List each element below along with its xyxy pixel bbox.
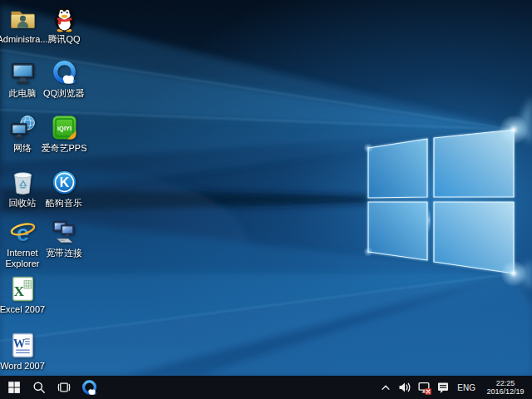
desktop-icon-label: 腾讯QQ [34, 34, 94, 45]
desktop-icon-broadband[interactable]: 宽带连接 [34, 218, 94, 259]
qq-browser-icon [51, 58, 78, 86]
excel-document-icon: X [9, 274, 37, 303]
tray-overflow-button[interactable] [378, 380, 393, 395]
clock-date: 2016/12/19 [484, 387, 527, 396]
system-tray: ENG 22:25 2016/12/19 [378, 376, 532, 399]
broadband-connection-icon [51, 218, 78, 246]
network-status-button[interactable] [416, 380, 431, 395]
taskbar: ENG 22:25 2016/12/19 [0, 376, 532, 399]
desktop-icon-label: 酷狗音乐 [34, 198, 94, 209]
kugou-music-icon: K [51, 168, 78, 196]
volume-button[interactable] [397, 380, 412, 395]
recycle-bin-icon [9, 168, 37, 196]
search-icon [32, 381, 46, 394]
task-view-button[interactable] [52, 376, 76, 399]
desktop-icon-label: Word 2007 [0, 361, 52, 372]
qq-penguin-icon [51, 4, 78, 32]
qq-browser-icon [81, 379, 98, 397]
network-disconnected-icon [417, 381, 431, 395]
desktop-icon-qq-browser[interactable]: QQ浏览器 [34, 58, 94, 99]
network-globe-monitor-icon [9, 113, 37, 141]
word-document-icon: W [9, 331, 37, 359]
chevron-up-icon [380, 382, 392, 393]
word-w-glyph: W [12, 337, 25, 350]
language-indicator[interactable]: ENG [455, 383, 478, 392]
desktop-icon-label: QQ浏览器 [34, 88, 94, 99]
start-button[interactable] [2, 376, 27, 399]
desktop-icon-label: Excel 2007 [0, 304, 52, 315]
iqiyi-wordmark: iQIYI [57, 125, 71, 132]
windows-start-icon [7, 381, 21, 394]
action-center-button[interactable] [436, 380, 451, 395]
excel-x-glyph: X [13, 283, 24, 299]
desktop-icon-label: 宽带连接 [34, 248, 94, 259]
task-view-icon [57, 381, 71, 394]
search-button[interactable] [27, 376, 52, 399]
taskbar-clock[interactable]: 22:25 2016/12/19 [482, 379, 529, 396]
desktop-icon-tencent-qq[interactable]: 腾讯QQ [34, 4, 94, 45]
volume-icon [398, 381, 411, 394]
internet-explorer-icon: e [9, 218, 37, 246]
windows-desktop: Administra... 腾讯QQ [0, 0, 532, 399]
desktop-icon-label: 爱奇艺PPS [34, 143, 94, 154]
clock-time: 22:25 [484, 379, 527, 387]
desktop-icon-excel-2007[interactable]: X Excel 2007 [0, 274, 52, 315]
desktop-icon-word-2007[interactable]: W Word 2007 [0, 331, 52, 372]
computer-monitor-icon [9, 58, 37, 86]
desktop-icon-kugou-music[interactable]: K 酷狗音乐 [34, 168, 94, 209]
user-folder-icon [9, 4, 37, 32]
action-center-icon [436, 381, 450, 394]
desktop-icon-iqiyi-pps[interactable]: iQIYI 爱奇艺PPS [34, 113, 94, 154]
taskbar-left-group [0, 376, 101, 399]
iqiyi-icon: iQIYI [51, 113, 78, 141]
kugou-k-glyph: K [59, 175, 69, 190]
taskbar-qq-browser-button[interactable] [76, 376, 101, 399]
